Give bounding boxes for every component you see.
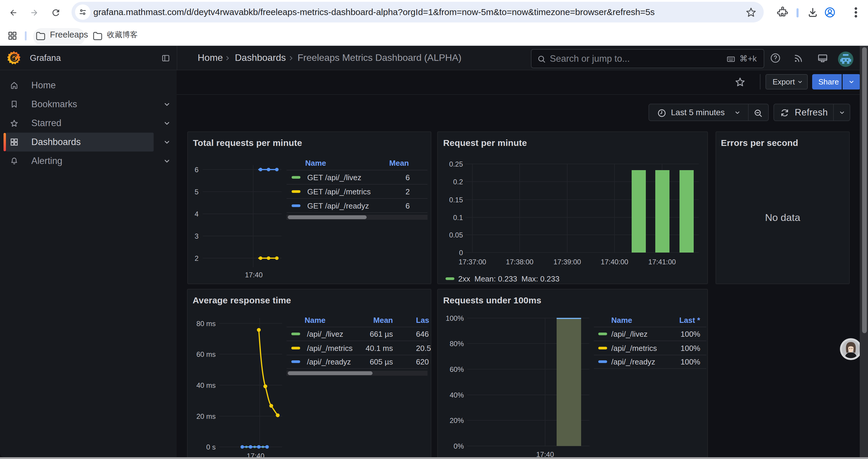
svg-text:2xx: 2xx [458,274,470,283]
svg-text:6: 6 [406,201,410,210]
svg-text:60%: 60% [450,365,464,373]
svg-text:Name: Name [305,316,326,325]
svg-text:/api/_/readyz: /api/_/readyz [307,357,351,366]
svg-text:0.15: 0.15 [449,196,463,204]
svg-text:0 s: 0 s [206,443,216,451]
svg-text:Name: Name [611,316,632,325]
svg-text:GET /api/_/metrics: GET /api/_/metrics [307,187,371,196]
svg-text:17:40:00: 17:40:00 [601,258,628,266]
svg-text:/api/_/readyz: /api/_/readyz [611,357,655,366]
svg-text:80 ms: 80 ms [196,320,216,328]
svg-text:0.05: 0.05 [449,231,463,239]
svg-text:40%: 40% [450,391,464,399]
svg-text:2: 2 [406,187,410,196]
svg-text:100%: 100% [681,330,701,338]
svg-text:/api/_/metrics: /api/_/metrics [611,344,657,353]
svg-text:/api/_/livez: /api/_/livez [307,330,343,338]
svg-text:Last *: Last * [679,316,701,325]
svg-text:646: 646 [416,330,429,338]
svg-text:Mean: Mean [373,316,393,325]
svg-text:20%: 20% [450,417,464,424]
svg-text:6: 6 [406,173,410,182]
svg-text:17:41:00: 17:41:00 [648,258,676,266]
svg-text:0.1: 0.1 [453,214,463,222]
svg-text:4: 4 [195,210,198,218]
svg-text:5: 5 [195,188,198,196]
svg-text:Mean: Mean [390,159,409,167]
svg-text:/api/_/livez: /api/_/livez [611,330,648,338]
svg-text:605 µs: 605 µs [370,357,393,366]
svg-text:Name: Name [305,159,326,167]
svg-text:661 µs: 661 µs [370,330,393,338]
svg-text:80%: 80% [450,340,464,348]
svg-text:Max: 0.233: Max: 0.233 [522,274,560,283]
svg-text:17:40: 17:40 [245,271,262,279]
svg-text:17:37:00: 17:37:00 [459,258,486,266]
svg-text:GET /api/_/readyz: GET /api/_/readyz [307,201,369,210]
svg-text:17:38:00: 17:38:00 [506,258,533,266]
svg-text:0: 0 [459,249,463,257]
svg-text:/api/_/metrics: /api/_/metrics [307,344,353,353]
svg-text:100%: 100% [446,314,464,322]
svg-text:17:39:00: 17:39:00 [553,258,581,266]
svg-text:20.5 r: 20.5 r [416,344,431,353]
svg-text:20 ms: 20 ms [196,412,216,420]
svg-text:620: 620 [416,357,429,366]
svg-text:40.1 ms: 40.1 ms [366,344,393,353]
svg-text:GET /api/_/livez: GET /api/_/livez [307,173,361,182]
svg-text:6: 6 [195,166,198,174]
svg-text:0%: 0% [454,442,464,450]
svg-text:100%: 100% [681,357,701,366]
svg-text:3: 3 [195,232,198,240]
svg-text:2: 2 [195,254,198,262]
svg-text:40 ms: 40 ms [196,381,216,389]
svg-text:0.25: 0.25 [449,160,463,168]
svg-text:60 ms: 60 ms [196,350,216,358]
svg-text:0.2: 0.2 [453,178,463,186]
svg-text:Las: Las [416,316,429,325]
svg-text:100%: 100% [681,344,701,353]
svg-text:Mean: 0.233: Mean: 0.233 [474,274,517,283]
